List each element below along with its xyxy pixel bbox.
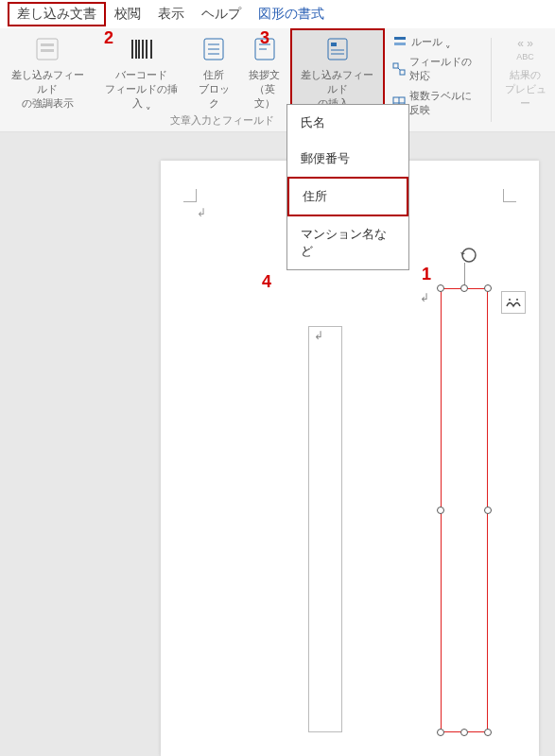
svg-point-29	[509, 299, 511, 301]
menu-help[interactable]: ヘルプ	[193, 2, 250, 26]
rules-icon	[392, 34, 408, 49]
insert-merge-field-menu: 氏名 郵便番号 住所 マンション名など	[286, 104, 409, 270]
document-canvas[interactable]: ↲ ↲ ↲	[0, 132, 555, 756]
textbox-1-mark: ↲	[314, 329, 323, 342]
handle-tm[interactable]	[460, 284, 468, 292]
svg-rect-1	[41, 43, 54, 46]
layout-options-button[interactable]	[501, 291, 526, 314]
paragraph-mark: ↲	[197, 206, 206, 219]
svg-rect-16	[328, 39, 347, 60]
match-fields-icon	[392, 61, 406, 77]
step-1: 1	[422, 265, 431, 284]
menu-item-postal[interactable]: 郵便番号	[287, 141, 408, 177]
handle-mr[interactable]	[484, 507, 492, 514]
selected-textbox-mark: ↲	[420, 291, 429, 304]
svg-rect-2	[41, 49, 54, 52]
btn-highlight-merge-fields[interactable]: 差し込みフィールド の強調表示	[0, 28, 95, 131]
menu-item-address[interactable]: 住所	[287, 177, 408, 216]
menu-review[interactable]: 校閲	[106, 2, 149, 26]
margin-corner-tr	[503, 189, 516, 202]
step-4: 4	[262, 272, 271, 292]
svg-line-24	[398, 68, 400, 70]
selected-textbox[interactable]	[441, 288, 488, 732]
handle-tl[interactable]	[437, 284, 444, 292]
btn-rules[interactable]: ルール ˬ	[392, 34, 479, 49]
preview-icon: « » ABC	[511, 34, 541, 64]
ribbon: 差し込みフィールド の強調表示 バーコード フィールドの挿入 ˬ 住所 ブロック…	[0, 28, 555, 132]
rotation-handle[interactable]	[460, 246, 478, 265]
btn-match-fields[interactable]: フィールドの対応	[392, 55, 479, 83]
menu-shape-fmt[interactable]: 図形の書式	[250, 2, 333, 26]
handle-tr[interactable]	[484, 284, 492, 292]
svg-rect-22	[393, 63, 398, 68]
step-2: 2	[104, 28, 113, 48]
svg-rect-23	[400, 70, 405, 75]
handle-br[interactable]	[484, 729, 492, 736]
svg-point-30	[516, 299, 518, 301]
handle-bm[interactable]	[460, 729, 468, 736]
menu-mailings[interactable]: 差し込み文書	[8, 2, 106, 26]
ribbon-group-caption: 文章入力とフィールド	[170, 113, 274, 128]
svg-point-28	[462, 249, 476, 262]
svg-rect-21	[394, 43, 406, 45]
ribbon-separator	[491, 38, 492, 122]
highlight-icon	[32, 34, 62, 64]
menu-view[interactable]: 表示	[149, 2, 193, 26]
layout-options-icon	[505, 296, 522, 309]
menu-item-apt[interactable]: マンション名など	[287, 216, 408, 269]
textbox-1[interactable]	[308, 326, 342, 732]
barcode-icon	[127, 34, 157, 64]
menu-item-name[interactable]: 氏名	[287, 105, 408, 141]
svg-rect-17	[331, 43, 337, 46]
btn-preview-results[interactable]: « » ABC 結果の プレビュー	[495, 28, 555, 131]
step-3: 3	[260, 28, 269, 48]
margin-corner-tl	[183, 189, 197, 202]
handle-ml[interactable]	[437, 507, 444, 514]
address-block-icon	[199, 34, 229, 64]
insert-merge-icon	[322, 34, 353, 64]
menubar: 差し込み文書 校閲 表示 ヘルプ 図形の書式	[0, 0, 555, 28]
svg-rect-20	[394, 37, 406, 40]
handle-bl[interactable]	[437, 729, 444, 736]
